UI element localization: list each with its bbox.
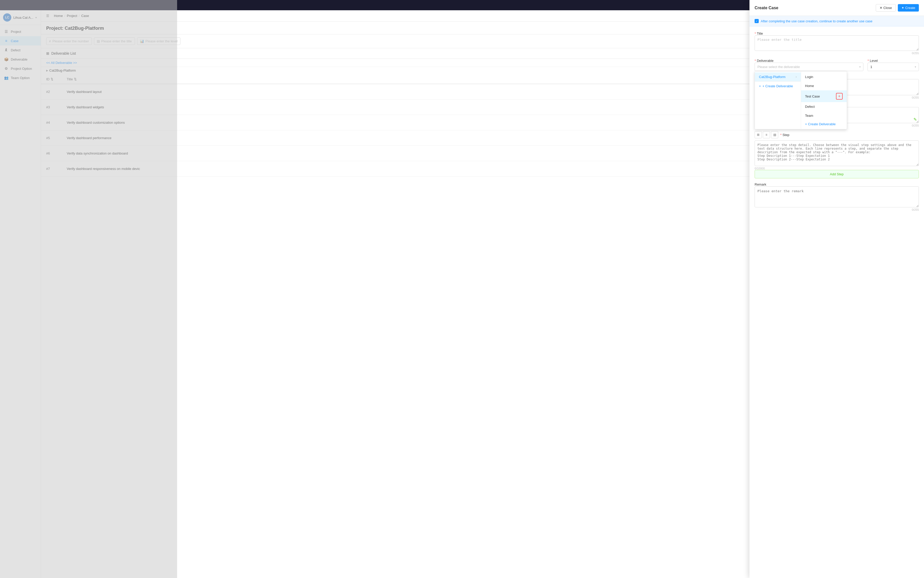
number-filter[interactable]: # Please enter the number — [46, 37, 92, 45]
remark-label: Remark — [755, 182, 919, 186]
submenu-arrow-icon: › — [796, 75, 796, 78]
row-id: #4 — [46, 121, 67, 125]
deliverable-label: Deliverable — [755, 59, 864, 63]
deliverable-dropdown-menu: Cat2Bug-Platform › + + Create Deliverabl… — [755, 71, 847, 129]
deliverable-icon: 📦 — [4, 57, 8, 61]
panel-actions: ✕ Close ✦ Create — [876, 4, 919, 11]
sidebar-item-deliverable[interactable]: 📦 Deliverable — [0, 55, 41, 64]
close-icon: ✕ — [880, 6, 882, 10]
create-deliverable-left-btn[interactable]: + + Create Deliverable — [755, 81, 801, 91]
sidebar-item-team-option[interactable]: 👥 Team Option — [0, 73, 41, 83]
level-section: Level 1 ▾ — [867, 59, 919, 71]
step-grid-icon[interactable]: ⊞ — [755, 131, 762, 138]
defect-icon: 🎗 — [4, 48, 8, 52]
project-option-icon: ⚙ — [4, 67, 8, 71]
sidebar-item-project[interactable]: ☰ Project — [0, 27, 41, 36]
col-id-header: ID ⇅ — [46, 77, 67, 81]
level-value: 1 — [870, 65, 913, 69]
grid-icon: ⊞ — [46, 51, 49, 55]
step-icons: ⊞ ≡ ▤ — [755, 131, 778, 138]
step-text-icon[interactable]: ▤ — [771, 131, 778, 138]
continue-checkbox[interactable] — [755, 19, 759, 23]
menu-toggle-icon[interactable]: ☰ — [46, 14, 49, 18]
title-input[interactable] — [755, 36, 919, 51]
add-step-button[interactable]: Add Step — [755, 170, 919, 179]
filter-hash-icon: # — [49, 39, 51, 43]
step-label: Step — [780, 133, 789, 137]
chevron-down-icon: ▾ — [859, 65, 861, 68]
col-title-header: Title ⇅ — [67, 77, 837, 81]
menu-item-team[interactable]: Team — [801, 111, 847, 120]
expand-icon: ▶ — [46, 69, 48, 72]
sidebar-item-label: Project Option — [11, 67, 32, 71]
sidebar: LC Lihua Cat A... ▾ ☰ Project ≡ Case 🎗 D… — [0, 10, 41, 578]
deliverable-select[interactable]: Please select the deliverable ▾ — [755, 63, 864, 71]
panel-header: Create Case ✕ Close ✦ Create — [749, 0, 924, 16]
row-title: Verify dashboard performance — [67, 136, 837, 140]
deliverable-level-row: Deliverable Please select the deliverabl… — [755, 59, 919, 71]
remark-section: Remark 0/255 — [755, 182, 919, 211]
remark-input[interactable] — [755, 186, 919, 207]
avatar: LC — [3, 13, 11, 21]
deliverable-list-label: Deliverable List — [51, 51, 76, 55]
sidebar-item-label: Team Option — [11, 76, 30, 80]
title-char-count: 0/255 — [755, 52, 919, 55]
row-title: Verify dashboard responsiveness on mobil… — [67, 167, 837, 170]
row-id: #5 — [46, 136, 67, 140]
step-textarea[interactable] — [755, 140, 919, 166]
panel-body: Title 0/255 Deliverable Please select th… — [749, 26, 924, 578]
menu-item-home[interactable]: Home — [801, 81, 847, 90]
close-button[interactable]: ✕ Close — [876, 4, 896, 11]
breadcrumb-home[interactable]: Home — [54, 14, 63, 18]
sidebar-user[interactable]: LC Lihua Cat A... ▾ — [0, 10, 41, 25]
project-icon: ☰ — [4, 29, 8, 34]
title-label: Title — [755, 32, 919, 36]
title-filter[interactable]: ▤ Please enter the title — [94, 37, 135, 45]
breadcrumb-project[interactable]: Project — [67, 14, 77, 18]
menu-item-cat2bug[interactable]: Cat2Bug-Platform › — [755, 72, 801, 81]
deliverable-dropdown[interactable]: Please select the deliverable ▾ Cat2Bug-… — [755, 63, 864, 71]
level-label: Level — [867, 59, 919, 63]
sidebar-item-label: Project — [11, 30, 21, 34]
sidebar-item-label: Defect — [11, 48, 21, 52]
dropdown-submenu: Cat2Bug-Platform › + + Create Deliverabl… — [755, 71, 847, 129]
plus-icon: + — [805, 122, 807, 126]
row-title: Verify dashboard customization options — [67, 121, 837, 125]
step-list-icon[interactable]: ≡ — [763, 131, 770, 138]
remark-char-count: 0/255 — [755, 208, 919, 211]
menu-item-test-case[interactable]: Test Case + — [801, 90, 847, 102]
level-filter[interactable]: 📊 Please enter the level — [137, 37, 180, 45]
user-name: Lihua Cat A... — [13, 16, 33, 19]
row-id: #7 — [46, 167, 67, 170]
title-filter-placeholder: Please enter the title — [101, 39, 132, 43]
create-icon: ✦ — [901, 6, 904, 10]
deliverable-placeholder: Please select the deliverable — [757, 65, 857, 69]
deliverable-section: Deliverable Please select the deliverabl… — [755, 59, 864, 71]
step-footer: 0/10000 — [755, 167, 919, 170]
create-button[interactable]: ✦ Create — [898, 4, 919, 11]
sidebar-item-defect[interactable]: 🎗 Defect — [0, 45, 41, 55]
continue-bar: After completing the use case creation, … — [749, 16, 924, 26]
title-section: Title 0/255 — [755, 32, 919, 55]
sidebar-item-case[interactable]: ≡ Case — [0, 36, 41, 45]
level-filter-placeholder: Please enter the level — [146, 39, 178, 43]
chevron-down-icon: ▾ — [915, 65, 916, 68]
create-deliverable-right-btn[interactable]: + Create Deliverable — [801, 120, 847, 128]
page-title: Project: Cat2Bug-Platform — [46, 26, 104, 31]
menu-item-defect[interactable]: Defect — [801, 102, 847, 111]
filter-level-icon: 📊 — [140, 39, 144, 43]
continue-text: After completing the use case creation, … — [761, 19, 872, 23]
row-title: Verify dashboard layout — [67, 90, 837, 94]
panel-title: Create Case — [755, 6, 778, 10]
test-case-plus-icon[interactable]: + — [836, 93, 843, 100]
create-panel: Create Case ✕ Close ✦ Create After compl… — [749, 0, 924, 578]
row-id: #3 — [46, 105, 67, 109]
level-select[interactable]: 1 ▾ — [867, 63, 919, 71]
row-id: #6 — [46, 151, 67, 155]
expect-edit-icon[interactable]: ✎ — [913, 117, 917, 122]
team-option-icon: 👥 — [4, 76, 8, 80]
sidebar-item-label: Case — [11, 39, 18, 43]
filter-title-icon: ▤ — [97, 39, 100, 43]
sidebar-item-project-option[interactable]: ⚙ Project Option — [0, 64, 41, 73]
menu-item-login[interactable]: Login — [801, 72, 847, 81]
